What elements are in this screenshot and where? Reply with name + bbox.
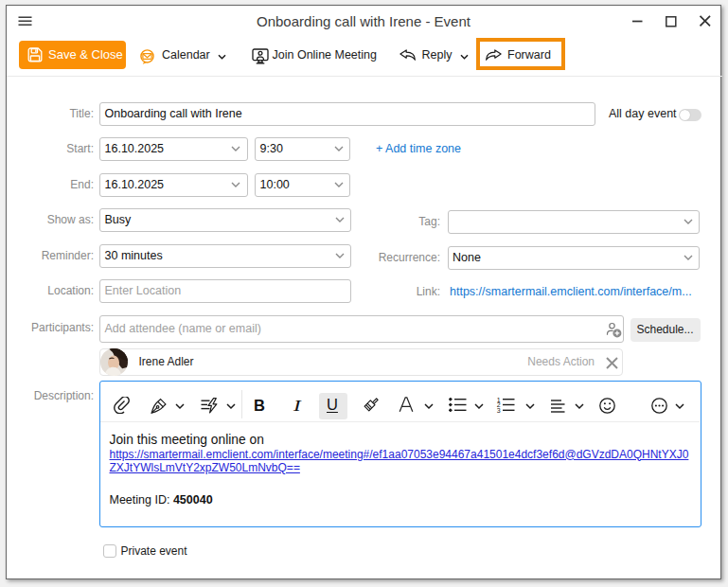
svg-text:3: 3: [497, 407, 501, 414]
